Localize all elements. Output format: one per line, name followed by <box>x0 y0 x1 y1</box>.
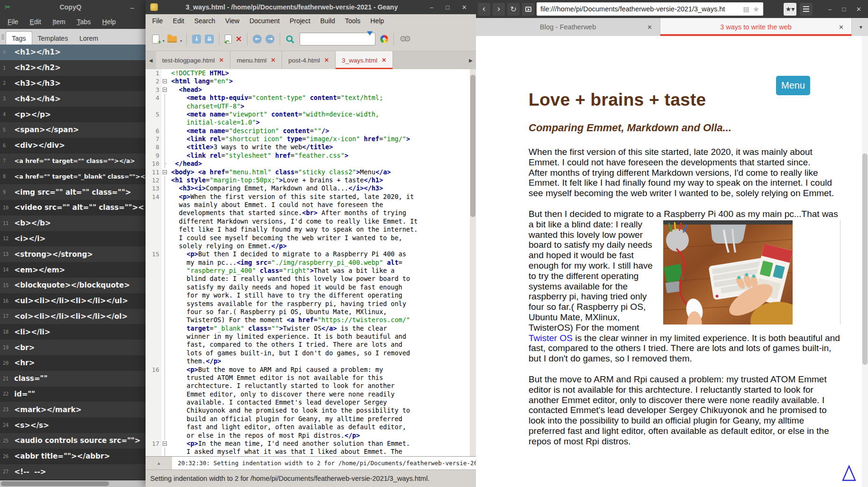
fold-margin[interactable] <box>162 423 168 431</box>
fold-margin[interactable] <box>162 275 168 283</box>
new-document-button[interactable]: + <box>152 35 159 44</box>
revert-button[interactable]: ↶ <box>225 35 232 44</box>
search-button[interactable] <box>285 35 295 44</box>
fold-margin[interactable] <box>162 349 168 357</box>
list-item[interactable]: 11<b></b> <box>0 216 146 231</box>
tab-close-icon[interactable]: ✕ <box>271 57 275 63</box>
list-item[interactable]: 26<abbr title=""></abbr> <box>0 449 146 464</box>
fold-margin[interactable] <box>162 283 168 291</box>
tab-close-icon[interactable]: ✕ <box>324 57 329 63</box>
list-item[interactable]: 18<li></li> <box>0 324 146 340</box>
fold-margin[interactable] <box>162 415 168 423</box>
fold-margin[interactable] <box>162 127 168 135</box>
geany-menu-edit[interactable]: Edit <box>173 17 184 25</box>
open-file-button[interactable] <box>167 36 177 43</box>
list-item[interactable]: 24<s></s> <box>0 417 146 433</box>
copyq-tab-templates[interactable]: Templates <box>32 32 74 45</box>
fold-margin[interactable] <box>162 110 168 118</box>
fold-margin[interactable] <box>162 432 168 440</box>
fold-margin[interactable] <box>162 86 168 94</box>
close-file-button[interactable]: ✕ <box>236 35 242 44</box>
fold-margin[interactable] <box>162 406 168 415</box>
fold-margin[interactable] <box>162 390 168 398</box>
fold-margin[interactable] <box>162 160 168 168</box>
list-item[interactable]: 9<img src="" alt="" class=""> <box>0 184 146 200</box>
code-editor[interactable]: 1<!DOCTYPE HTML>2<html lang="en">3 <head… <box>146 69 476 456</box>
fold-margin[interactable] <box>162 143 168 151</box>
scrollbar-thumb[interactable] <box>470 75 475 217</box>
bookmark-star-icon[interactable]: ★ <box>753 5 759 14</box>
list-item[interactable]: 12<i></i> <box>0 231 146 247</box>
copyq-tab-tags[interactable]: Tags <box>6 31 32 45</box>
fold-margin[interactable] <box>162 374 168 382</box>
fold-margin[interactable] <box>162 300 168 308</box>
file-tab[interactable]: test-blogpage.html✕ <box>156 51 230 69</box>
geany-menu-build[interactable]: Build <box>320 17 335 25</box>
message-expand-arrow-icon[interactable]: ▲ <box>146 457 172 469</box>
fold-margin[interactable] <box>162 357 168 365</box>
tab-close-icon[interactable]: ✕ <box>647 24 652 31</box>
copyq-titlebar[interactable]: ✂ CopyQ – <box>0 0 146 14</box>
fold-margin[interactable] <box>162 250 168 258</box>
geany-menu-tools[interactable]: Tools <box>345 17 361 25</box>
fold-margin[interactable] <box>162 448 168 456</box>
fold-margin[interactable] <box>162 267 168 275</box>
fold-margin[interactable] <box>162 152 168 160</box>
copyq-menu-tabs[interactable]: Tabs <box>77 18 91 26</box>
browser-close-button[interactable]: ✕ <box>851 6 866 13</box>
geany-menu-help[interactable]: Help <box>370 17 384 25</box>
list-item[interactable]: 1<h2></h2> <box>0 60 146 76</box>
browser-tab[interactable]: 3 ways to write the web✕ <box>660 18 852 36</box>
tab-scroll-right-icon[interactable]: ▶ <box>466 51 476 69</box>
fold-margin[interactable] <box>162 398 168 406</box>
list-item[interactable]: 7<a href="" target="" class=""></a> <box>0 153 146 169</box>
copyq-tab-lorem[interactable]: Lorem <box>73 32 104 45</box>
fold-margin[interactable] <box>162 94 168 102</box>
list-item[interactable]: 8<a href="" target="_blank" class=""></a… <box>0 169 146 184</box>
fold-margin[interactable] <box>162 209 168 217</box>
list-item[interactable]: 2<h3></h3> <box>0 76 146 91</box>
tab-list-dropdown-icon[interactable]: ▼ <box>854 18 868 36</box>
tab-close-icon[interactable]: ✕ <box>839 24 844 31</box>
copyq-menu-item[interactable]: Item <box>53 18 65 26</box>
list-item[interactable]: 3<h4></h4> <box>0 91 146 107</box>
fold-margin[interactable] <box>162 217 168 225</box>
scrollbar-thumb[interactable] <box>1 481 109 486</box>
copyq-menu-file[interactable]: File <box>8 18 18 26</box>
tab-close-icon[interactable]: ✕ <box>219 57 224 63</box>
copyq-horizontal-scrollbar[interactable] <box>0 480 146 487</box>
reader-mode-icon[interactable]: ▤ <box>743 5 749 13</box>
new-dropdown-caret[interactable]: ▾ <box>163 39 164 43</box>
preferences-button[interactable]: ⚙⚙ <box>399 34 408 44</box>
fold-margin[interactable] <box>162 440 168 448</box>
tab-scroll-left-icon[interactable]: ◀ <box>146 51 156 69</box>
hamburger-menu-button[interactable] <box>800 3 813 16</box>
file-tab[interactable]: menu.html✕ <box>230 51 282 69</box>
list-item[interactable]: 15<blockquote></blockquote> <box>0 278 146 293</box>
scrollbar-thumb[interactable] <box>862 153 868 365</box>
page-menu-button[interactable]: Menu <box>776 76 810 95</box>
tab-close-icon[interactable]: ✕ <box>382 57 386 63</box>
url-input[interactable] <box>540 5 740 13</box>
fold-margin[interactable] <box>162 201 168 209</box>
list-item[interactable]: 23<mark></mark> <box>0 402 146 417</box>
color-chooser-button[interactable] <box>380 35 388 43</box>
copyq-minimize-button[interactable]: – <box>130 3 141 11</box>
geany-menu-search[interactable]: Search <box>194 17 215 25</box>
fold-box-icon[interactable] <box>163 442 167 446</box>
fold-margin[interactable] <box>162 77 168 85</box>
fold-box-icon[interactable] <box>163 79 167 83</box>
list-item[interactable]: 13<strong></strong> <box>0 246 146 262</box>
copyq-menu-edit[interactable]: Edit <box>30 18 41 26</box>
list-item[interactable]: 20<hr> <box>0 355 146 371</box>
fold-margin[interactable] <box>162 176 168 184</box>
page-scrollbar[interactable] <box>862 36 868 487</box>
copyq-menu-help[interactable]: Help <box>102 18 116 26</box>
fold-margin[interactable] <box>162 234 168 242</box>
list-item[interactable]: 0<h1></h1> <box>0 45 146 60</box>
list-item[interactable]: 4<p></p> <box>0 107 146 122</box>
fold-margin[interactable] <box>162 341 168 349</box>
save-button[interactable]: ↓ <box>192 35 201 44</box>
fold-margin[interactable] <box>162 193 168 201</box>
list-item[interactable]: 21class="" <box>0 371 146 387</box>
